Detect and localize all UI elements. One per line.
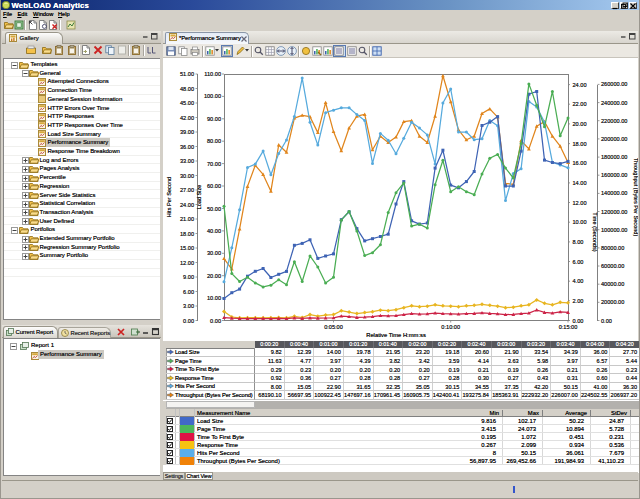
- svg-text:140000.00: 140000.00: [601, 190, 627, 196]
- svg-text:42.00: 42.00: [180, 115, 194, 121]
- svg-text:0.00: 0.00: [210, 318, 221, 324]
- svg-text:22.00: 22.00: [573, 101, 587, 107]
- svg-text:40000.00: 40000.00: [601, 281, 624, 287]
- svg-text:14.00: 14.00: [573, 180, 587, 186]
- svg-text:27.00: 27.00: [180, 187, 194, 193]
- svg-text:24.00: 24.00: [180, 202, 194, 208]
- svg-text:0.00: 0.00: [183, 318, 194, 324]
- svg-text:Load Size: Load Size: [196, 185, 202, 210]
- svg-text:10.00: 10.00: [207, 295, 221, 301]
- svg-text:0:10:00: 0:10:00: [441, 324, 460, 330]
- svg-text:220000.00: 220000.00: [601, 118, 627, 124]
- svg-text:15.00: 15.00: [180, 245, 194, 251]
- svg-text:60000.00: 60000.00: [601, 263, 624, 269]
- svg-text:0:05:00: 0:05:00: [324, 324, 343, 330]
- svg-text:160000.00: 160000.00: [601, 172, 627, 178]
- svg-text:10.00: 10.00: [573, 219, 587, 225]
- svg-text:12.00: 12.00: [573, 200, 587, 206]
- svg-text:2.00: 2.00: [573, 298, 584, 304]
- svg-text:90.00: 90.00: [207, 116, 221, 122]
- svg-text:4.00: 4.00: [573, 278, 584, 284]
- svg-text:Relative Time H:mm:ss: Relative Time H:mm:ss: [366, 332, 426, 338]
- svg-text:180000.00: 180000.00: [601, 154, 627, 160]
- svg-text:260000.00: 260000.00: [601, 81, 627, 87]
- svg-text:20000.00: 20000.00: [601, 299, 624, 305]
- svg-text:48.00: 48.00: [180, 86, 194, 92]
- svg-text:30.00: 30.00: [207, 250, 221, 256]
- svg-text:50.00: 50.00: [207, 206, 221, 212]
- svg-text:240000.00: 240000.00: [601, 100, 627, 106]
- svg-text:45.00: 45.00: [180, 100, 194, 106]
- svg-text:200000.00: 200000.00: [601, 136, 627, 142]
- svg-text:39.00: 39.00: [180, 129, 194, 135]
- svg-text:40.00: 40.00: [207, 228, 221, 234]
- svg-text:Hits Per Second: Hits Per Second: [166, 177, 172, 217]
- svg-text:51.00: 51.00: [180, 71, 194, 77]
- svg-text:120000.00: 120000.00: [601, 209, 627, 215]
- svg-text:36.00: 36.00: [180, 144, 194, 150]
- svg-text:16.00: 16.00: [573, 160, 587, 166]
- svg-text:18.00: 18.00: [573, 141, 587, 147]
- svg-text:33.00: 33.00: [180, 158, 194, 164]
- svg-text:Throughput (Bytes Per Second): Throughput (Bytes Per Second): [633, 158, 638, 237]
- svg-text:0.00: 0.00: [601, 318, 612, 324]
- svg-text:8.00: 8.00: [573, 239, 584, 245]
- svg-text:Time (Seconds): Time (Seconds): [592, 212, 598, 251]
- svg-text:20.00: 20.00: [573, 121, 587, 127]
- svg-text:24.00: 24.00: [573, 82, 587, 88]
- svg-text:100.00: 100.00: [204, 93, 221, 99]
- svg-text:80000.00: 80000.00: [601, 245, 624, 251]
- svg-text:0:15:00: 0:15:00: [559, 324, 578, 330]
- svg-text:20.00: 20.00: [207, 273, 221, 279]
- svg-text:100000.00: 100000.00: [601, 227, 627, 233]
- svg-text:30.00: 30.00: [180, 173, 194, 179]
- svg-text:110.00: 110.00: [204, 71, 221, 77]
- svg-text:6.00: 6.00: [573, 259, 584, 265]
- svg-text:0.00: 0.00: [573, 318, 584, 324]
- svg-text:3.00: 3.00: [183, 303, 194, 309]
- svg-text:9.00: 9.00: [183, 274, 194, 280]
- svg-text:12.00: 12.00: [180, 260, 194, 266]
- svg-text:21.00: 21.00: [180, 216, 194, 222]
- svg-text:70.00: 70.00: [207, 161, 221, 167]
- svg-text:60.00: 60.00: [207, 183, 221, 189]
- svg-text:6.00: 6.00: [183, 289, 194, 295]
- svg-text:18.00: 18.00: [180, 231, 194, 237]
- svg-text:80.00: 80.00: [207, 138, 221, 144]
